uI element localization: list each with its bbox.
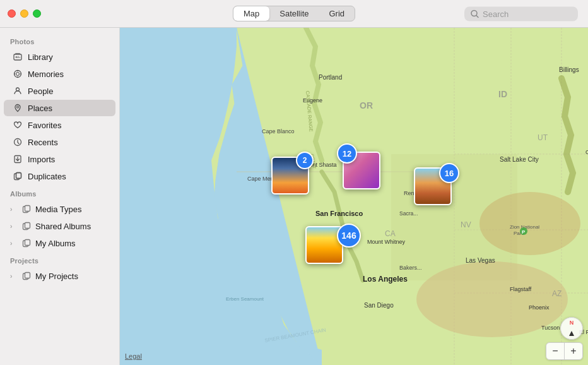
map-controls: N − + (546, 317, 583, 360)
sidebar-label-people: People (28, 87, 53, 96)
svg-text:San Francisco: San Francisco (315, 210, 363, 217)
svg-text:Portland: Portland (319, 74, 342, 81)
maximize-button[interactable] (33, 9, 41, 18)
titlebar: Map Satellite Grid (0, 0, 588, 28)
cluster-bubble-2[interactable]: 2 (296, 152, 314, 169)
sidebar-item-memories[interactable]: Memories (4, 66, 115, 82)
sidebar-item-imports[interactable]: Imports (4, 151, 115, 167)
main-content: Photos Library (0, 28, 588, 365)
compass-arrow (569, 331, 574, 336)
sidebar-item-library[interactable]: Library (4, 49, 115, 65)
albums-section-label: Albums (0, 185, 119, 200)
svg-point-6 (15, 71, 21, 78)
svg-text:Salt Lake City: Salt Lake City (500, 156, 539, 163)
svg-rect-23 (25, 223, 30, 229)
tab-satellite[interactable]: Satellite (269, 6, 319, 21)
sidebar-item-people[interactable]: People (4, 83, 115, 99)
map-background: Portland Eugene Cape Blanco Mount Shasta… (120, 28, 588, 365)
sidebar-label-duplicates: Duplicates (28, 172, 66, 181)
svg-rect-21 (25, 206, 30, 212)
svg-point-12 (16, 88, 20, 91)
sidebar-item-shared-albums[interactable]: › Shared Albums (4, 218, 115, 234)
svg-text:Phoenix: Phoenix (529, 304, 550, 311)
svg-text:Sacra...: Sacra... (399, 210, 418, 217)
imports-icon (13, 154, 23, 164)
svg-text:AZ: AZ (552, 289, 562, 298)
compass-n-label: N (570, 320, 574, 326)
sidebar-item-duplicates[interactable]: Duplicates (4, 168, 115, 184)
svg-text:ID: ID (498, 89, 507, 99)
svg-text:Mount Whitney: Mount Whitney (367, 239, 406, 245)
svg-text:Erben Seamount: Erben Seamount (226, 296, 264, 302)
map-area[interactable]: Portland Eugene Cape Blanco Mount Shasta… (120, 28, 588, 365)
svg-text:Bakers...: Bakers... (399, 265, 422, 271)
sidebar-label-favorites: Favorites (28, 121, 61, 130)
legal-link[interactable]: Legal (125, 352, 142, 360)
zoom-controls: − + (546, 342, 583, 360)
projects-section-label: Projects (0, 252, 119, 267)
svg-text:Los Angeles: Los Angeles (363, 275, 408, 284)
cluster-bubble-16[interactable]: 16 (439, 163, 459, 183)
cluster-2[interactable]: 2 (296, 152, 314, 169)
cluster-bubble-12[interactable]: 12 (337, 143, 357, 164)
svg-point-7 (16, 73, 20, 76)
svg-rect-18 (16, 173, 21, 179)
svg-rect-25 (25, 240, 30, 246)
sidebar-label-shared-albums: Shared Albums (35, 222, 91, 231)
traffic-lights (8, 9, 41, 18)
sidebar-item-places[interactable]: Places (4, 100, 115, 116)
cluster-bubble-146[interactable]: 146 (337, 224, 361, 248)
svg-text:NV: NV (461, 220, 471, 229)
chevron-icon: › (10, 206, 18, 213)
sidebar-item-recents[interactable]: Recents (4, 134, 115, 150)
svg-text:CA: CA (385, 229, 396, 238)
svg-line-1 (476, 15, 478, 17)
sidebar-item-favorites[interactable]: Favorites (4, 117, 115, 133)
cluster-16[interactable]: 16 (439, 163, 459, 183)
sidebar-label-library: Library (28, 52, 53, 62)
cluster-12[interactable]: 12 (337, 143, 357, 164)
favorites-icon (13, 120, 23, 130)
recents-icon (13, 137, 23, 147)
library-icon (13, 52, 23, 62)
svg-text:San Diego: San Diego (364, 302, 394, 309)
svg-point-13 (17, 106, 19, 108)
compass-rose: N (560, 317, 583, 340)
svg-point-39 (479, 192, 580, 255)
duplicates-icon (13, 171, 23, 181)
search-box[interactable] (464, 6, 578, 21)
zoom-in-button[interactable]: + (565, 343, 582, 359)
sidebar-item-my-albums[interactable]: › My Albums (4, 235, 115, 251)
tab-map[interactable]: Map (233, 6, 269, 21)
sidebar-label-imports: Imports (28, 155, 55, 164)
search-icon (471, 9, 479, 18)
sidebar-item-media-types[interactable]: › Media Types (4, 201, 115, 217)
svg-text:P: P (522, 229, 526, 235)
svg-text:Cheyenne: Cheyenne (585, 149, 588, 155)
sidebar-label-memories: Memories (28, 69, 64, 79)
chevron-icon-2: › (10, 223, 18, 230)
sidebar-label-my-projects: My Projects (35, 272, 78, 281)
svg-text:OR: OR (360, 100, 373, 111)
svg-text:Cape Blanco: Cape Blanco (262, 128, 295, 135)
tab-grid[interactable]: Grid (319, 6, 355, 21)
places-icon (13, 103, 23, 113)
minimize-button[interactable] (20, 9, 28, 18)
media-types-icon (21, 204, 32, 214)
close-button[interactable] (8, 9, 16, 18)
my-projects-icon (21, 271, 32, 281)
svg-text:Las Vegas: Las Vegas (466, 257, 495, 264)
memories-icon (13, 69, 23, 79)
cluster-146[interactable]: 146 (337, 224, 361, 248)
sidebar-label-media-types: Media Types (35, 205, 81, 214)
sidebar: Photos Library (0, 28, 120, 365)
zoom-out-button[interactable]: − (546, 343, 564, 359)
sidebar-label-my-albums: My Albums (35, 239, 76, 248)
titlebar-center: Map Satellite Grid (233, 6, 355, 21)
shared-albums-icon (21, 221, 32, 231)
svg-text:Billings: Billings (559, 66, 579, 73)
view-tabs: Map Satellite Grid (233, 6, 355, 21)
search-input[interactable] (483, 9, 572, 18)
svg-rect-3 (15, 53, 20, 54)
sidebar-item-my-projects[interactable]: › My Projects (4, 268, 115, 284)
